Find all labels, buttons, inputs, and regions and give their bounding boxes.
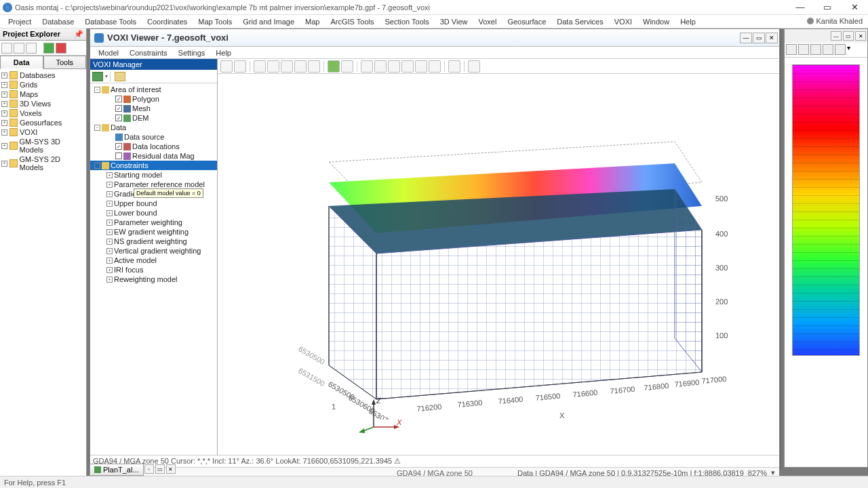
tree-dem[interactable]: ✓DEM: [90, 113, 217, 123]
tree-polygon[interactable]: ✓Polygon: [90, 94, 217, 104]
voxi-max-button[interactable]: ▭: [753, 33, 765, 43]
panel-pin-icon[interactable]: 📌: [74, 30, 83, 39]
pe-play-button[interactable]: [43, 43, 54, 54]
menu-database-tools[interactable]: Database Tools: [79, 16, 142, 27]
tree-mesh[interactable]: ✓Mesh: [90, 104, 217, 113]
cb-tool-3[interactable]: [810, 44, 821, 55]
pe-btn-3[interactable]: [26, 43, 37, 54]
menu-map-tools[interactable]: Map Tools: [193, 16, 237, 27]
voxi-menu-constraints[interactable]: Constraints: [124, 48, 173, 58]
tree-active-model[interactable]: +Active model: [90, 256, 217, 265]
tree-maps[interactable]: +Maps: [0, 89, 86, 99]
tool-zoom[interactable]: [267, 60, 279, 73]
close-button[interactable]: ✕: [841, 0, 868, 15]
menu-arcgis[interactable]: ArcGIS Tools: [325, 16, 379, 27]
tree-constraints[interactable]: −Constraints: [90, 161, 217, 170]
tree-3dviews[interactable]: +3D Views: [0, 99, 86, 108]
tree-residual[interactable]: Residual data Mag: [90, 151, 217, 161]
tree-gmsys3d[interactable]: +GM-SYS 3D Models: [0, 137, 86, 155]
voxi-menu-settings[interactable]: Settings: [173, 48, 211, 58]
tab-tools[interactable]: Tools: [43, 56, 87, 69]
menu-window[interactable]: Window: [637, 16, 675, 27]
tab-restore-button[interactable]: ▫: [144, 464, 154, 474]
menu-map[interactable]: Map: [300, 16, 325, 27]
tool-rotate[interactable]: [254, 60, 266, 73]
menu-project[interactable]: Project: [3, 16, 37, 27]
menu-data-services[interactable]: Data Services: [551, 16, 608, 27]
tree-geosurfaces[interactable]: +Geosurfaces: [0, 118, 86, 127]
3d-canvas[interactable]: 500 400 300 200 100 716200 716300 716400…: [218, 74, 779, 455]
voxi-titlebar[interactable]: VOXI Viewer - 7.geosoft_voxi — ▭ ✕: [90, 29, 779, 47]
tool-cube1[interactable]: [361, 60, 373, 73]
tool-center[interactable]: [308, 60, 320, 73]
tree-reweight[interactable]: +Reweighting model: [90, 274, 217, 284]
checkbox[interactable]: ✓: [115, 115, 122, 121]
tree-starting-model[interactable]: +Starting model: [90, 170, 217, 180]
pe-btn-2[interactable]: [14, 43, 24, 54]
tree-voxels[interactable]: +Voxels: [0, 108, 86, 118]
mgr-run-button[interactable]: [92, 72, 103, 81]
tool-globe[interactable]: [294, 60, 307, 73]
voxi-menu-model[interactable]: Model: [93, 48, 124, 58]
tool-layers[interactable]: [341, 60, 353, 73]
colorbar-close-button[interactable]: ✕: [855, 31, 866, 41]
voxi-close-button[interactable]: ✕: [766, 33, 778, 43]
tree-param-weight[interactable]: +Parameter weighting: [90, 218, 217, 227]
tree-gradient[interactable]: +Gradient Default model value = 0: [90, 189, 217, 199]
tool-surface[interactable]: [328, 60, 340, 73]
doc-tab[interactable]: PlanT_al...: [90, 464, 144, 476]
tree-data[interactable]: −Data: [90, 123, 217, 132]
menu-help[interactable]: Help: [675, 16, 701, 27]
tree-data-locations[interactable]: ✓Data locations: [90, 142, 217, 151]
tree-grids[interactable]: +Grids: [0, 80, 86, 89]
tree-vert-weight[interactable]: +Vertical gradient weighting: [90, 246, 217, 256]
tree-ns-weight[interactable]: +NS gradient weighting: [90, 237, 217, 246]
minimize-button[interactable]: —: [787, 0, 814, 15]
tab-close-button[interactable]: ✕: [166, 464, 176, 474]
checkbox[interactable]: [115, 152, 122, 159]
tab-data[interactable]: Data: [0, 56, 43, 69]
menu-voxel[interactable]: Voxel: [473, 16, 502, 27]
tree-upper-bound[interactable]: +Upper bound: [90, 199, 217, 208]
cb-tool-4[interactable]: [823, 44, 833, 55]
colorbar-max-button[interactable]: ▭: [843, 31, 854, 41]
tree-aoi[interactable]: −Area of interest: [90, 85, 217, 94]
checkbox[interactable]: ✓: [115, 105, 122, 112]
tool-cube4[interactable]: [401, 60, 414, 73]
tree-ew-weight[interactable]: +EW gradient weighting: [90, 227, 217, 237]
menu-voxi[interactable]: VOXI: [609, 16, 637, 27]
cb-tool-2[interactable]: [798, 44, 809, 55]
menu-section-tools[interactable]: Section Tools: [379, 16, 434, 27]
tool-extent[interactable]: [281, 60, 293, 73]
pe-btn-1[interactable]: [1, 43, 12, 54]
tree-iri-focus[interactable]: +IRI focus: [90, 265, 217, 274]
checkbox[interactable]: ✓: [115, 143, 122, 150]
menu-geosurface[interactable]: Geosurface: [502, 16, 551, 27]
voxi-min-button[interactable]: —: [740, 33, 752, 43]
tool-refresh[interactable]: [468, 60, 480, 73]
mgr-folder-button[interactable]: [115, 72, 125, 81]
tree-lower-bound[interactable]: +Lower bound: [90, 208, 217, 218]
voxi-menu-help[interactable]: Help: [210, 48, 237, 58]
cb-tool-5[interactable]: [835, 44, 846, 55]
tool-cube3[interactable]: [388, 60, 400, 73]
maximize-button[interactable]: ▭: [814, 0, 841, 15]
tree-gmsys2d[interactable]: +GM-SYS 2D Models: [0, 155, 86, 172]
tab-max-button[interactable]: ▭: [155, 464, 165, 474]
tree-data-source[interactable]: Data source: [90, 132, 217, 142]
tool-cube2[interactable]: [374, 60, 387, 73]
menu-3dview[interactable]: 3D View: [435, 16, 473, 27]
3d-viewport[interactable]: 500 400 300 200 100 716200 716300 716400…: [218, 59, 779, 455]
tree-param-ref[interactable]: +Parameter reference model: [90, 180, 217, 189]
tree-databases[interactable]: +Databases: [0, 70, 86, 80]
colorbar-min-button[interactable]: —: [831, 31, 842, 41]
tool-cube6[interactable]: [429, 60, 441, 73]
tool-cube5[interactable]: [415, 60, 427, 73]
tool-snap[interactable]: [448, 60, 460, 73]
tool-nav[interactable]: [220, 60, 233, 73]
menu-database[interactable]: Database: [37, 16, 79, 27]
cb-tool-1[interactable]: [786, 44, 797, 55]
menu-grid-image[interactable]: Grid and Image: [237, 16, 300, 27]
menu-coordinates[interactable]: Coordinates: [142, 16, 193, 27]
tool-select[interactable]: [234, 60, 246, 73]
